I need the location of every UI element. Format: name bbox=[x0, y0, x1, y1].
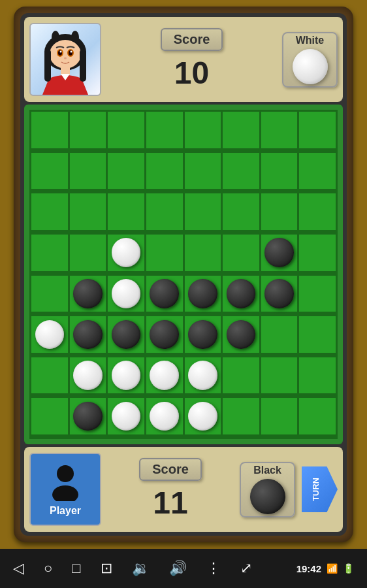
cell-2-7[interactable] bbox=[298, 193, 336, 231]
top-score-label: Score bbox=[161, 28, 223, 51]
cell-5-7[interactable] bbox=[298, 316, 336, 353]
disc-white-3-2 bbox=[112, 238, 141, 267]
cell-0-4[interactable] bbox=[184, 111, 222, 149]
cell-2-3[interactable] bbox=[146, 193, 184, 231]
disc-black-4-3 bbox=[150, 279, 179, 308]
volume-down-icon[interactable]: 🔉 bbox=[132, 560, 150, 577]
cell-6-4[interactable] bbox=[184, 357, 222, 395]
cell-0-5[interactable] bbox=[222, 111, 260, 149]
disc-white-5-0 bbox=[35, 320, 65, 350]
cell-5-2[interactable] bbox=[107, 316, 145, 353]
disc-black-5-5 bbox=[227, 320, 256, 350]
cell-5-6[interactable] bbox=[261, 316, 298, 353]
black-piece-circle bbox=[250, 479, 285, 514]
cell-6-7[interactable] bbox=[298, 357, 336, 395]
disc-black-4-4 bbox=[188, 279, 217, 308]
svg-point-15 bbox=[52, 485, 78, 501]
white-piece-circle bbox=[293, 49, 328, 84]
cell-5-1[interactable] bbox=[69, 316, 107, 353]
cell-0-2[interactable] bbox=[107, 111, 145, 149]
disc-black-7-1 bbox=[73, 402, 103, 431]
cell-7-1[interactable] bbox=[69, 397, 107, 435]
top-score-value: 10 bbox=[174, 55, 209, 91]
svg-rect-12 bbox=[44, 49, 51, 82]
white-piece-display: White bbox=[282, 32, 338, 88]
cell-0-7[interactable] bbox=[298, 111, 336, 149]
cell-2-5[interactable] bbox=[222, 193, 260, 231]
cell-0-6[interactable] bbox=[261, 111, 298, 149]
disc-white-6-3 bbox=[150, 361, 179, 390]
cell-5-0[interactable] bbox=[31, 316, 69, 353]
board-area[interactable] bbox=[24, 105, 343, 444]
player-icon bbox=[46, 462, 85, 501]
back-icon[interactable]: ◁ bbox=[13, 560, 24, 577]
cell-2-1[interactable] bbox=[69, 193, 107, 231]
game-grid[interactable] bbox=[29, 110, 338, 439]
cell-1-1[interactable] bbox=[69, 152, 107, 190]
cell-3-4[interactable] bbox=[184, 234, 222, 272]
cell-1-3[interactable] bbox=[146, 152, 184, 190]
disc-white-4-2 bbox=[112, 279, 141, 308]
cell-6-5[interactable] bbox=[222, 357, 260, 395]
cell-2-6[interactable] bbox=[261, 193, 298, 231]
cell-3-2[interactable] bbox=[107, 234, 145, 272]
turn-text: TURN bbox=[311, 478, 321, 501]
home-icon[interactable]: ○ bbox=[44, 560, 52, 577]
cell-1-5[interactable] bbox=[222, 152, 260, 190]
cell-6-1[interactable] bbox=[69, 357, 107, 395]
cell-4-5[interactable] bbox=[222, 275, 260, 313]
cell-1-4[interactable] bbox=[184, 152, 222, 190]
cell-7-2[interactable] bbox=[107, 397, 145, 435]
cell-4-0[interactable] bbox=[31, 275, 69, 313]
screenshot-icon[interactable]: ⊡ bbox=[101, 560, 112, 577]
cell-6-6[interactable] bbox=[261, 357, 298, 395]
cell-1-6[interactable] bbox=[261, 152, 298, 190]
cell-3-0[interactable] bbox=[31, 234, 69, 272]
cell-7-4[interactable] bbox=[184, 397, 222, 435]
cell-5-4[interactable] bbox=[184, 316, 222, 353]
cell-3-6[interactable] bbox=[261, 234, 298, 272]
cell-4-1[interactable] bbox=[69, 275, 107, 313]
cell-6-0[interactable] bbox=[31, 357, 69, 395]
cell-6-3[interactable] bbox=[146, 357, 184, 395]
cell-3-1[interactable] bbox=[69, 234, 107, 272]
recent-icon[interactable]: □ bbox=[72, 560, 80, 577]
cell-5-3[interactable] bbox=[146, 316, 184, 353]
cell-7-6[interactable] bbox=[261, 397, 298, 435]
cell-7-5[interactable] bbox=[222, 397, 260, 435]
cell-4-7[interactable] bbox=[298, 275, 336, 313]
cell-0-3[interactable] bbox=[146, 111, 184, 149]
cell-3-7[interactable] bbox=[298, 234, 336, 272]
cell-2-0[interactable] bbox=[31, 193, 69, 231]
cell-4-4[interactable] bbox=[184, 275, 222, 313]
svg-rect-13 bbox=[80, 49, 86, 82]
cell-1-0[interactable] bbox=[31, 152, 69, 190]
cell-4-6[interactable] bbox=[261, 275, 298, 313]
cell-1-7[interactable] bbox=[298, 152, 336, 190]
bottom-score-area: Score 11 bbox=[108, 458, 233, 521]
cell-0-0[interactable] bbox=[31, 111, 69, 149]
more-icon[interactable]: ⋮ bbox=[206, 560, 221, 577]
status-bar: 19:42 📶 🔋 bbox=[296, 563, 354, 574]
player-box: Player bbox=[29, 453, 101, 526]
fullscreen-icon[interactable]: ⤢ bbox=[240, 560, 252, 577]
cell-5-5[interactable] bbox=[222, 316, 260, 353]
top-panel: Score 10 White bbox=[24, 17, 343, 102]
volume-up-icon[interactable]: 🔊 bbox=[169, 560, 187, 577]
cell-6-2[interactable] bbox=[107, 357, 145, 395]
svg-point-10 bbox=[64, 57, 67, 59]
cell-3-5[interactable] bbox=[222, 234, 260, 272]
cell-7-7[interactable] bbox=[298, 397, 336, 435]
cell-2-4[interactable] bbox=[184, 193, 222, 231]
cell-7-0[interactable] bbox=[31, 397, 69, 435]
cell-4-2[interactable] bbox=[107, 275, 145, 313]
cell-2-2[interactable] bbox=[107, 193, 145, 231]
cell-0-1[interactable] bbox=[69, 111, 107, 149]
battery-icon: 🔋 bbox=[343, 563, 354, 574]
svg-point-3 bbox=[50, 40, 81, 69]
disc-black-5-3 bbox=[150, 320, 179, 350]
cell-7-3[interactable] bbox=[146, 397, 184, 435]
cell-1-2[interactable] bbox=[107, 152, 145, 190]
cell-4-3[interactable] bbox=[146, 275, 184, 313]
cell-3-3[interactable] bbox=[146, 234, 184, 272]
